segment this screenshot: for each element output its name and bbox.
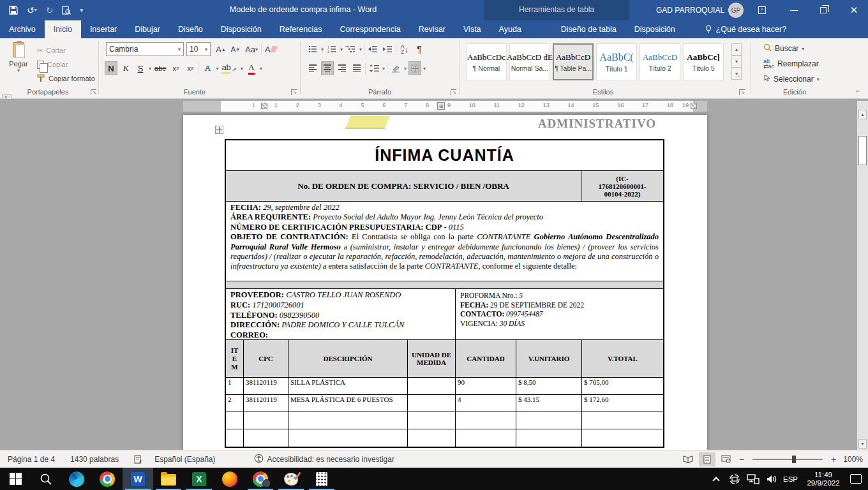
item-row-2[interactable]: 2381120119 MESA PLÁSTICA DE 6 PUESTOS 4$… [226,395,663,412]
tab-correspondencia[interactable]: Correspondencia [331,20,409,38]
find-button[interactable]: Buscar▾ [763,43,804,54]
tray-chevron-icon[interactable] [709,475,723,483]
taskbar-word[interactable]: W [123,468,153,490]
tab-vista[interactable]: Vista [454,20,490,38]
subscript-button[interactable]: x2 [169,61,182,75]
italic-button[interactable]: K [119,61,132,75]
scroll-down-arrow[interactable]: ▼ [858,439,867,449]
align-right-button[interactable] [336,61,348,75]
highlight-button[interactable]: ab [220,61,238,75]
tab-archivo[interactable]: Archivo [0,20,45,38]
superscript-button[interactable]: x2 [184,61,197,75]
taskbar-excel[interactable]: X [184,468,214,490]
taskbar-search-button[interactable] [31,468,61,490]
minimize-button[interactable]: — [780,0,808,20]
tab-diseno-de-tabla[interactable]: Diseño de tabla [552,20,625,38]
horizontal-ruler[interactable]: 1 123 456 789 101112 131415 161718 ⊞ 19 [183,101,707,112]
clock[interactable]: 11:49 29/9/2022 [802,471,844,487]
shrink-font-button[interactable]: A▼ [229,42,242,56]
document-page[interactable]: ADMINISTRATIVO ÍNFIMA CUANTÍA No. DE ORD… [183,115,707,450]
justify-button[interactable] [350,61,363,75]
bold-button[interactable]: N [105,61,117,75]
save-icon[interactable] [9,6,18,15]
change-case-button[interactable]: Aa▾ [244,42,259,56]
table-move-handle[interactable] [215,126,223,134]
increase-indent-button[interactable] [381,42,394,56]
align-center-button[interactable] [321,61,334,75]
undo-button[interactable]: ↺ ▾ [27,6,37,15]
sort-button[interactable]: AZ↓ [398,42,411,56]
select-button[interactable]: Seleccionar▾ [763,74,819,84]
tab-revisar[interactable]: Revisar [410,20,454,38]
action-center-icon[interactable] [849,474,863,484]
grow-font-button[interactable]: A▲ [214,42,227,56]
tab-dibujar[interactable]: Dibujar [126,20,169,38]
font-dialog-launcher[interactable]: ↘ [291,89,297,95]
font-color-button[interactable]: A [245,61,258,75]
tab-ayuda[interactable]: Ayuda [490,20,530,38]
paragraph-dialog-launcher[interactable]: ↘ [451,89,456,95]
styles-scroll-down[interactable]: ▼ [731,56,742,68]
table-column-marker[interactable]: ⊞ [437,102,445,110]
style-table-paragraph[interactable]: AaBbCcD ¶ Table Pa... [553,43,594,80]
zoom-level[interactable]: 100% [843,455,863,464]
tab-diseno[interactable]: Diseño [169,20,212,38]
restore-button[interactable] [809,0,837,20]
line-spacing-button[interactable] [368,61,380,75]
network-icon[interactable] [746,474,760,484]
decrease-indent-button[interactable] [366,42,379,56]
tab-inicio[interactable]: Inicio [45,20,81,38]
language-tray[interactable]: ESP [783,475,798,483]
taskbar-calculator[interactable] [306,468,337,490]
start-button[interactable] [0,468,31,490]
zoom-out-button[interactable]: − [737,454,746,464]
copy-button[interactable]: Copiar [37,57,68,71]
style-titulo-1[interactable]: AaBbC( Título 1 [596,43,637,80]
close-button[interactable]: ✕ [840,0,868,20]
scroll-up-arrow[interactable]: ▲ [858,110,867,119]
zoom-in-button[interactable]: + [829,454,838,464]
cut-button[interactable]: ✂Cortar [37,43,66,57]
account-name[interactable]: GAD PARROQUIAL [656,6,724,15]
tab-referencias[interactable]: Referencias [271,20,331,38]
taskbar-chrome-profile[interactable] [245,468,276,490]
shading-button[interactable] [389,61,402,75]
tab-insertar[interactable]: Insertar [81,20,126,38]
clipboard-dialog-launcher[interactable]: ↘ [91,89,96,95]
format-painter-button[interactable]: Copiar formato [37,71,95,85]
redo-button[interactable]: ↻ [46,6,54,15]
tell-me-box[interactable]: ¿Qué desea hacer? [698,20,793,38]
cast-icon[interactable] [728,473,742,485]
document-title-cell[interactable]: ÍNFIMA CUANTÍA [226,140,663,171]
taskbar-edge[interactable] [61,468,92,490]
align-left-button[interactable] [306,61,319,75]
taskbar-explorer[interactable] [153,468,184,490]
web-layout-button[interactable] [718,452,735,466]
volume-icon[interactable] [765,474,779,484]
replace-button[interactable]: ab⇄ac Reemplazar [763,59,819,69]
order-code-cell[interactable]: (IC- 1768120600001- 00104-2022) [581,171,663,201]
ribbon-display-options-button[interactable]: ^ [748,0,776,20]
proforma-cell[interactable]: PROFORMA Nro.: 5 FECHA: 29 DE SEPTIEMBRE… [455,289,663,342]
accessibility-status[interactable]: Accesibilidad: es necesario investigar [246,454,402,465]
styles-more-button[interactable]: ▼̲ [731,68,742,80]
item-row-empty-1[interactable] [226,412,663,429]
underline-button[interactable]: S [134,61,147,75]
collapse-ribbon-icon[interactable]: ⌃ [855,89,860,96]
style-titulo-2[interactable]: AaBbCcD Título 2 [640,43,680,80]
avatar[interactable]: GP [728,3,744,18]
order-label-cell[interactable]: No. DE ORDEN DE COMPRA: SERVICIO / BIEN … [226,171,581,201]
right-indent-marker[interactable] [691,103,697,109]
numbering-button[interactable]: 12 [326,42,338,56]
print-preview-icon[interactable] [62,6,71,15]
tab-disposicion-tabla[interactable]: Disposición [625,20,684,38]
tab-disposicion[interactable]: Disposición [212,20,271,38]
zoom-slider[interactable] [752,459,823,460]
customize-qat-icon[interactable]: ▾ [80,8,83,13]
language-indicator[interactable]: Español (España) [147,455,223,464]
style-titulo-5[interactable]: AaBbCc] Título 5 [683,43,724,80]
styles-scroll-up[interactable]: ▲ [731,43,742,56]
scroll-thumb[interactable] [858,136,867,165]
style-normal-sa[interactable]: AaBbCcD dE Normal Sa... [509,43,550,80]
text-effects-button[interactable]: A [201,61,214,75]
